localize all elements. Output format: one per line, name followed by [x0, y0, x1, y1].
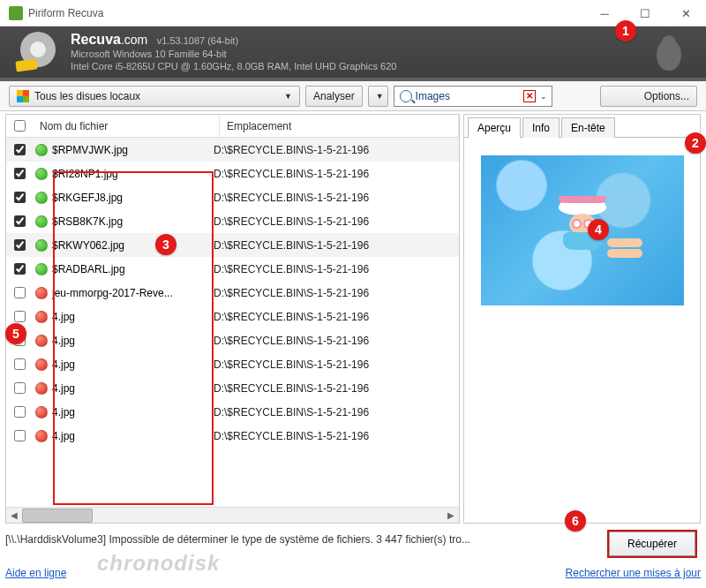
table-row[interactable]: $RADBARL.jpgD:\$RECYCLE.BIN\S-1-5-21-196	[6, 257, 459, 281]
brand-domain: .com	[121, 33, 147, 47]
status-dot-icon	[35, 311, 48, 323]
tab-preview[interactable]: Aperçu	[468, 117, 521, 138]
file-name: 4.jpg	[52, 358, 214, 371]
row-checkbox-cell[interactable]	[6, 189, 33, 206]
row-checkbox-cell[interactable]	[6, 213, 33, 230]
row-checkbox-cell[interactable]	[6, 427, 33, 444]
detail-tabs: Aperçu Info En-tête	[464, 115, 700, 138]
file-name: 4.jpg	[52, 335, 214, 347]
column-header-location[interactable]: Emplacement	[220, 115, 459, 137]
row-checkbox-cell[interactable]	[6, 237, 33, 253]
row-checkbox[interactable]	[14, 192, 26, 203]
recover-button-frame: Récupérer	[607, 530, 697, 558]
hardware-info: Intel Core i5-8265U CPU @ 1.60GHz, 8.0GB…	[71, 60, 396, 72]
table-row[interactable]: 4.jpgD:\$RECYCLE.BIN\S-1-5-21-196	[6, 352, 459, 376]
table-row[interactable]: $RSB8K7K.jpgD:\$RECYCLE.BIN\S-1-5-21-196	[6, 209, 459, 233]
scroll-right-arrow[interactable]: ▶	[443, 508, 459, 524]
row-checkbox-cell[interactable]	[6, 403, 33, 420]
file-name: 4.jpg	[52, 311, 214, 323]
row-checkbox-cell[interactable]	[6, 308, 33, 325]
row-checkbox[interactable]	[14, 287, 26, 298]
close-button[interactable]: ✕	[665, 0, 706, 26]
file-location: D:\$RECYCLE.BIN\S-1-5-21-196	[214, 287, 459, 299]
row-checkbox[interactable]	[14, 311, 26, 322]
select-all-cell[interactable]	[6, 115, 33, 137]
file-rows[interactable]: $RPMVJWK.jpgD:\$RECYCLE.BIN\S-1-5-21-196…	[6, 138, 459, 507]
row-checkbox[interactable]	[14, 382, 26, 394]
file-name: $RSB8K7K.jpg	[52, 215, 214, 228]
scroll-thumb[interactable]	[22, 509, 93, 523]
details-pane: Aperçu Info En-tête	[463, 114, 701, 524]
row-checkbox[interactable]	[14, 358, 26, 370]
file-location: D:\$RECYCLE.BIN\S-1-5-21-196	[214, 215, 459, 228]
help-link[interactable]: Aide en ligne	[5, 567, 66, 579]
status-dot-icon	[35, 168, 48, 180]
table-row[interactable]: 4.jpgD:\$RECYCLE.BIN\S-1-5-21-196	[6, 400, 459, 424]
os-info: Microsoft Windows 10 Famille 64-bit	[71, 48, 396, 60]
status-dot-icon	[35, 430, 48, 442]
row-checkbox-cell[interactable]	[6, 356, 33, 373]
file-name: 4.jpg	[52, 406, 214, 418]
table-row[interactable]: 4.jpgD:\$RECYCLE.BIN\S-1-5-21-196	[6, 376, 459, 400]
row-checkbox[interactable]	[14, 239, 26, 251]
analyze-dropdown[interactable]: ▼	[368, 86, 388, 107]
horizontal-scrollbar[interactable]: ◀ ▶	[6, 507, 459, 523]
file-list-pane: Nom du fichier Emplacement $RPMVJWK.jpgD…	[5, 114, 460, 524]
row-checkbox-cell[interactable]	[6, 380, 33, 396]
annotation-marker-5: 5	[5, 323, 26, 344]
file-location: D:\$RECYCLE.BIN\S-1-5-21-196	[214, 406, 459, 418]
window-title: Piriform Recuva	[28, 7, 103, 19]
tab-header[interactable]: En-tête	[561, 117, 615, 138]
clear-filter-button[interactable]: ✕	[523, 90, 536, 102]
file-location: D:\$RECYCLE.BIN\S-1-5-21-196	[214, 168, 459, 180]
row-checkbox[interactable]	[14, 406, 26, 418]
file-location: D:\$RECYCLE.BIN\S-1-5-21-196	[214, 382, 459, 395]
filter-combobox[interactable]: Images ✕ ⌄	[394, 86, 552, 107]
analyze-button[interactable]: Analyser	[305, 86, 363, 107]
status-dot-icon	[35, 263, 48, 275]
filter-value: Images	[416, 90, 523, 102]
tab-info[interactable]: Info	[522, 117, 560, 138]
preview-area	[464, 138, 700, 523]
chevron-down-icon[interactable]: ⌄	[537, 92, 550, 101]
table-row[interactable]: $RKGEFJ8.jpgD:\$RECYCLE.BIN\S-1-5-21-196	[6, 185, 459, 209]
row-checkbox-cell[interactable]	[6, 141, 33, 158]
table-row[interactable]: $RI28NP1.jpgD:\$RECYCLE.BIN\S-1-5-21-196	[6, 162, 459, 185]
scroll-left-arrow[interactable]: ◀	[6, 508, 22, 524]
drive-selector[interactable]: Tous les disues locaux ▼	[9, 86, 300, 107]
row-checkbox[interactable]	[14, 430, 26, 441]
check-update-link[interactable]: Rechercher une mises à jour	[566, 567, 701, 579]
product-logo	[18, 32, 58, 72]
select-all-checkbox[interactable]	[14, 120, 26, 132]
brand-name: Recuva	[71, 32, 121, 47]
file-name: 4.jpg	[52, 430, 214, 442]
status-text: [\\.\HarddiskVolume3] Impossible de déte…	[5, 533, 701, 546]
table-row[interactable]: $RPMVJWK.jpgD:\$RECYCLE.BIN\S-1-5-21-196	[6, 138, 459, 162]
column-header-name[interactable]: Nom du fichier	[33, 115, 220, 137]
piriform-logo	[650, 30, 688, 74]
row-checkbox[interactable]	[14, 168, 26, 179]
analyze-label: Analyser	[313, 90, 355, 102]
table-row[interactable]: 4.jpgD:\$RECYCLE.BIN\S-1-5-21-196	[6, 305, 459, 328]
table-row[interactable]: jeu-mmorpg-2017-Reve...D:\$RECYCLE.BIN\S…	[6, 281, 459, 305]
table-row[interactable]: $RKWY062.jpgD:\$RECYCLE.BIN\S-1-5-21-196	[6, 233, 459, 257]
row-checkbox-cell[interactable]	[6, 165, 33, 182]
status-dot-icon	[35, 406, 48, 418]
row-checkbox[interactable]	[14, 215, 26, 227]
file-name: jeu-mmorpg-2017-Reve...	[52, 287, 214, 299]
window-controls: ─ ☐ ✕	[584, 0, 706, 26]
row-checkbox-cell[interactable]	[6, 284, 33, 301]
file-name: $RADBARL.jpg	[52, 263, 214, 275]
row-checkbox[interactable]	[14, 144, 26, 155]
options-button[interactable]: Options...	[600, 86, 697, 107]
version-label: v1.53.1087 (64-bit)	[157, 35, 238, 46]
annotation-marker-4: 4	[588, 219, 609, 240]
options-label: Options...	[644, 90, 689, 102]
recover-button[interactable]: Récupérer	[609, 531, 695, 556]
chevron-down-icon: ▼	[284, 92, 292, 101]
table-row[interactable]: 4.jpgD:\$RECYCLE.BIN\S-1-5-21-196	[6, 424, 459, 448]
row-checkbox-cell[interactable]	[6, 260, 33, 277]
row-checkbox[interactable]	[14, 263, 26, 275]
app-icon	[9, 6, 23, 20]
table-row[interactable]: 4.jpgD:\$RECYCLE.BIN\S-1-5-21-196	[6, 328, 459, 352]
